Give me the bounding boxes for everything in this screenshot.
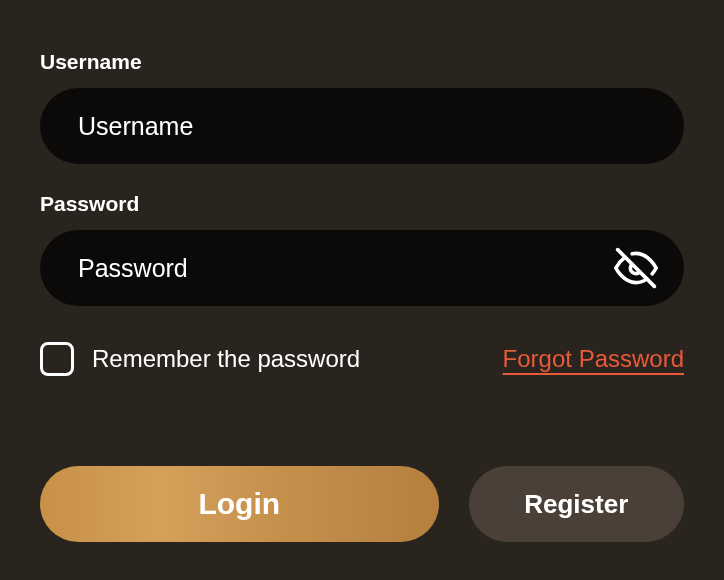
- register-button[interactable]: Register: [469, 466, 684, 542]
- button-row: Login Register: [40, 466, 684, 542]
- toggle-password-visibility-button[interactable]: [614, 246, 658, 290]
- password-field-group: Password: [40, 192, 684, 306]
- eye-off-icon: [614, 246, 658, 290]
- username-label: Username: [40, 50, 684, 74]
- password-wrapper: [40, 230, 684, 306]
- login-button[interactable]: Login: [40, 466, 439, 542]
- password-input[interactable]: [40, 230, 684, 306]
- remember-group: Remember the password: [40, 342, 360, 376]
- remember-label: Remember the password: [92, 345, 360, 373]
- username-field-group: Username: [40, 50, 684, 164]
- remember-checkbox[interactable]: [40, 342, 74, 376]
- username-input[interactable]: [40, 88, 684, 164]
- forgot-password-link[interactable]: Forgot Password: [503, 345, 684, 373]
- options-row: Remember the password Forgot Password: [40, 342, 684, 376]
- password-label: Password: [40, 192, 684, 216]
